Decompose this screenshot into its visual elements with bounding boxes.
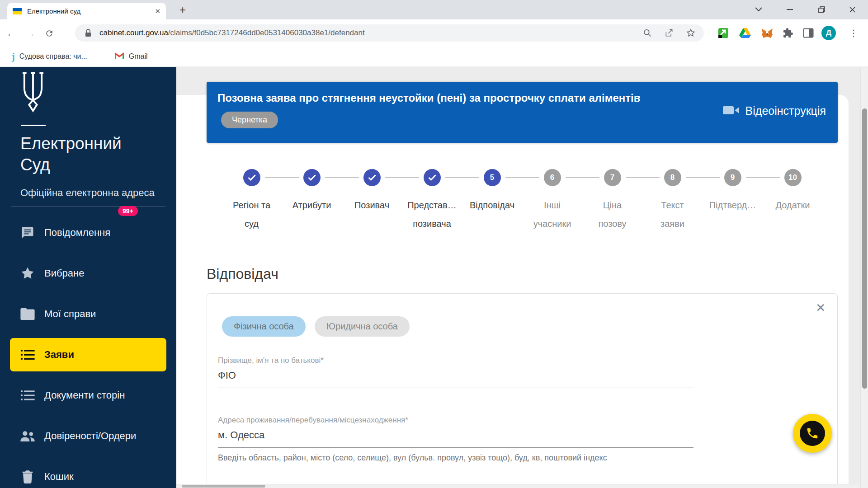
profile-avatar[interactable]: Д	[821, 26, 836, 40]
step-check-icon	[243, 169, 260, 186]
step-region-court[interactable]: Регіон тасуд	[222, 169, 282, 233]
url-text[interactable]: cabinet.court.gov.ua/claims/f0d5bc731724…	[99, 28, 641, 38]
address-label: Адреса проживання/перебування/місцезнахо…	[218, 416, 693, 425]
star-icon	[20, 266, 35, 281]
brand-subtitle: Офіційна електронна адреса	[20, 187, 155, 199]
person-type-toggle: Фізична особа Юридична особа	[222, 316, 419, 337]
gmail-icon	[114, 52, 124, 61]
step-check-icon	[424, 169, 441, 186]
sidebar-item-claims[interactable]: Заяви	[10, 338, 166, 371]
step-plaintiff-representative[interactable]: Представ…позивача	[402, 169, 462, 233]
tab-search-chevron-icon[interactable]	[752, 4, 765, 15]
step-claim-text[interactable]: 8 Текстзаяви	[642, 169, 703, 233]
app-content: ЕлектроннийСуд Офіційна електронна адрес…	[0, 67, 868, 488]
green-arrow-extension-icon[interactable]	[717, 26, 730, 40]
videocam-icon	[723, 105, 739, 117]
forward-button[interactable]: →	[23, 26, 38, 41]
call-support-button[interactable]	[793, 414, 832, 453]
tab-bar: Електронний суд ✕ +	[0, 0, 868, 19]
folder-icon	[20, 306, 35, 322]
vertical-scrollbar-thumb[interactable]	[862, 108, 867, 389]
extensions-puzzle-icon[interactable]	[781, 26, 795, 40]
bookmark-item-gmail[interactable]: Gmail	[114, 52, 148, 61]
brand-title: ЕлектроннийСуд	[20, 133, 122, 175]
phone-icon	[800, 421, 825, 446]
claim-title: Позовна заява про стягнення неустойки (п…	[217, 92, 641, 104]
stepper-divider	[207, 242, 838, 242]
list-icon	[20, 347, 35, 362]
sidebar-item-favorites[interactable]: Вибране	[0, 253, 176, 294]
address-bar[interactable]: cabinet.court.gov.ua/claims/f0d5bc731724…	[75, 24, 704, 42]
step-attributes[interactable]: Атрибути	[282, 169, 342, 233]
step-confirmation[interactable]: 9 Підтверд…	[703, 169, 763, 233]
sidebar-divider	[11, 206, 165, 206]
sidebar: ЕлектроннийСуд Офіційна електронна адрес…	[0, 67, 176, 488]
bookmark-favicon-j: j	[12, 52, 15, 62]
step-claim-price[interactable]: 7 Цінапозову	[582, 169, 642, 233]
restore-button[interactable]	[815, 4, 828, 15]
bookmark-star-icon[interactable]	[684, 26, 698, 40]
legal-person-toggle[interactable]: Юридична особа	[315, 316, 410, 337]
minimize-button[interactable]	[783, 4, 797, 15]
horizontal-scrollbar[interactable]	[176, 484, 860, 488]
full-name-label: Прізвище, ім'я та по батькові*	[218, 356, 693, 365]
side-panel-icon[interactable]	[802, 26, 815, 40]
step-attachments[interactable]: 10 Додатки	[763, 169, 823, 233]
ukraine-flag-favicon	[13, 8, 22, 14]
sidebar-item-powers-of-attorney[interactable]: Довіреності/Ордери	[0, 416, 176, 456]
address-field: Адреса проживання/перебування/місцезнахо…	[218, 416, 693, 463]
step-plaintiff[interactable]: Позивач	[342, 169, 402, 233]
sidebar-item-party-documents[interactable]: Документи сторін	[0, 375, 176, 416]
horizontal-scrollbar-thumb[interactable]	[182, 485, 265, 488]
list-icon	[20, 388, 35, 403]
close-button[interactable]	[845, 4, 859, 15]
menu-dots-icon[interactable]: ⋮	[848, 26, 859, 40]
browser-window: Електронний суд ✕ + ← → cabinet.court.go…	[0, 0, 868, 488]
step-defendant[interactable]: 5 Відповідач	[462, 169, 522, 233]
trident-logo-icon	[19, 70, 47, 116]
brand-divider	[21, 125, 46, 126]
claim-banner: Позовна заява про стягнення неустойки (п…	[207, 82, 838, 143]
video-instruction-link[interactable]: Відеоінструкція	[723, 104, 826, 117]
search-icon[interactable]	[641, 26, 654, 40]
back-button[interactable]: ←	[4, 26, 19, 41]
google-drive-icon[interactable]	[738, 26, 752, 40]
reload-button[interactable]	[42, 26, 57, 41]
step-check-icon	[303, 169, 321, 186]
sidebar-item-messages[interactable]: Повідомлення 99+	[0, 212, 176, 253]
physical-person-toggle[interactable]: Фізична особа	[222, 316, 306, 337]
metamask-icon[interactable]	[760, 26, 774, 40]
bookmark-item[interactable]: j Судова справа: чи...	[12, 52, 87, 62]
trash-icon	[20, 469, 35, 484]
tab-close-icon[interactable]: ✕	[155, 7, 160, 15]
new-tab-button[interactable]: +	[176, 4, 189, 17]
unread-badge: 99+	[118, 206, 138, 216]
full-name-field: Прізвище, ім'я та по батькові* ФІО	[218, 356, 693, 388]
bookmarks-bar: j Судова справа: чи... Gmail	[0, 47, 868, 66]
wizard-stepper: Регіон тасуд Атрибути Позивач Представ…п…	[222, 169, 823, 233]
people-icon	[20, 428, 35, 444]
address-helper-text: Введіть область, район, місто (село, сел…	[218, 453, 693, 463]
sidebar-nav: Повідомлення 99+ Вибране Мої справи	[0, 212, 176, 488]
section-title: Відповідач	[207, 266, 278, 282]
defendant-card: ✕ Фізична особа Юридична особа Прізвище,…	[207, 293, 838, 488]
chat-icon	[20, 225, 35, 240]
step-check-icon	[363, 169, 381, 186]
tab-title: Електронний суд	[27, 7, 151, 15]
lock-icon	[81, 26, 95, 40]
status-badge: Чернетка	[221, 112, 278, 128]
sidebar-item-trash[interactable]: Кошик	[0, 456, 176, 488]
full-name-input[interactable]: ФІО	[218, 370, 693, 388]
address-input[interactable]: м. Одесса	[218, 429, 693, 448]
close-icon[interactable]: ✕	[816, 301, 826, 315]
browser-tab[interactable]: Електронний суд ✕	[7, 3, 166, 19]
sidebar-item-my-cases[interactable]: Мої справи	[0, 294, 176, 334]
vertical-scrollbar[interactable]	[860, 67, 868, 488]
step-other-participants[interactable]: 6 Іншіучасники	[522, 169, 582, 233]
share-icon[interactable]	[662, 26, 676, 40]
